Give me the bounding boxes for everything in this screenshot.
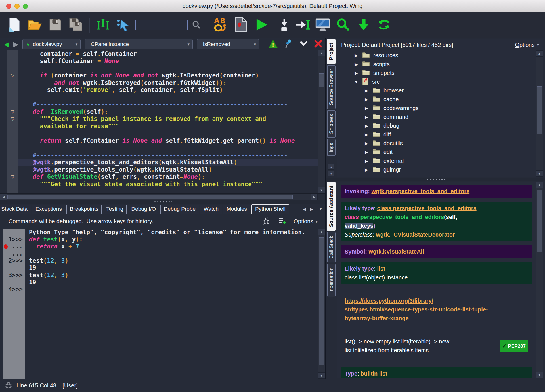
fold-arrow-icon[interactable]: ▽ <box>11 116 14 121</box>
breakpoint-margin[interactable] <box>0 58 7 65</box>
assistant-link[interactable]: stdtypes.html#sequence-types-str-unicode… <box>345 306 488 313</box>
breakpoint-margin[interactable] <box>0 130 7 137</box>
scroll-down-button[interactable]: ▼ <box>536 170 543 177</box>
goto-symbol-button[interactable] <box>94 17 112 33</box>
tree-item-codewarnings[interactable]: ▶codewarnings <box>337 104 536 113</box>
fold-margin[interactable]: ▽ <box>7 72 18 79</box>
scroll-down-button[interactable]: ▼ <box>536 372 543 378</box>
assistant-scrollbar[interactable]: ▲ ▼ <box>536 182 543 378</box>
scrollbar-track[interactable] <box>318 235 325 373</box>
tree-item-edit[interactable]: ▶edit <box>337 148 536 157</box>
breakpoint-margin[interactable] <box>0 115 7 123</box>
fold-margin[interactable] <box>7 58 18 65</box>
breakpoint-margin[interactable] <box>0 151 7 159</box>
tree-item-external[interactable]: ▶external <box>337 157 536 165</box>
tool-tab-ings[interactable]: ings <box>327 139 336 156</box>
tree-expand-icon[interactable]: ▶ <box>364 159 369 164</box>
tabs-scroll-left-button[interactable]: ◀ <box>301 207 307 214</box>
scrollbar-track[interactable] <box>536 188 543 372</box>
open-file-button[interactable] <box>26 17 44 33</box>
scroll-right-button[interactable]: ▶ <box>311 194 318 200</box>
project-scrollbar[interactable]: ▲ ▼ <box>536 50 543 177</box>
panel-tab-python-shell[interactable]: Python Shell <box>251 204 289 214</box>
fold-margin[interactable]: ▽ <box>7 173 18 181</box>
breakpoint-margin[interactable] <box>0 87 7 94</box>
scroll-up-button[interactable]: ▲ <box>536 50 543 57</box>
tabs-menu-button[interactable]: ▾ <box>318 206 323 214</box>
horizontal-splitter[interactable] <box>0 200 325 204</box>
panel-tab-testing[interactable]: Testing <box>103 205 127 214</box>
collapse-panel-button[interactable] <box>299 41 308 48</box>
tree-item-guimgr[interactable]: ▶guimgr <box>337 165 536 174</box>
right-horizontal-splitter[interactable] <box>326 178 545 181</box>
breakpoint-margin[interactable] <box>0 166 7 173</box>
tree-expand-icon[interactable]: ▶ <box>364 88 369 93</box>
scrollbar-track[interactable] <box>7 194 311 200</box>
toolbar-search-input[interactable] <box>135 20 188 30</box>
scrollbar-track[interactable] <box>318 56 325 187</box>
step-into-button[interactable] <box>273 17 291 33</box>
splitter-handle[interactable] <box>426 179 445 180</box>
close-window-button[interactable] <box>6 4 11 9</box>
fold-margin[interactable] <box>7 144 18 152</box>
scroll-down-button[interactable]: ▼ <box>318 372 325 379</box>
scroll-down-button[interactable]: ▼ <box>318 187 325 193</box>
remote-display-button[interactable] <box>314 17 332 33</box>
breakpoint-marker[interactable] <box>4 244 8 249</box>
fold-arrow-icon[interactable]: ▽ <box>11 174 14 179</box>
scrollbar-thumb[interactable] <box>537 86 542 134</box>
tree-expand-icon[interactable]: ▶ <box>364 167 369 172</box>
tree-expand-icon[interactable]: ▶ <box>364 150 369 155</box>
panel-tab-modules[interactable]: Modules <box>223 205 250 214</box>
tree-item-cache[interactable]: ▶cache <box>337 95 536 104</box>
save-button[interactable] <box>47 17 64 33</box>
breakpoint-margin[interactable] <box>0 188 7 193</box>
breakpoint-margin[interactable] <box>0 144 7 152</box>
tree-expand-icon[interactable]: ▶ <box>364 115 369 120</box>
fold-margin[interactable] <box>7 101 18 108</box>
tree-item-scripts[interactable]: ▶scripts <box>337 60 536 69</box>
assistant-link[interactable]: builtin list <box>360 370 387 377</box>
fold-arrow-icon[interactable]: ▽ <box>11 73 14 78</box>
fold-margin[interactable] <box>7 188 18 193</box>
scroll-up-button[interactable]: ▲ <box>536 182 543 188</box>
fold-margin[interactable] <box>7 94 18 101</box>
scroll-up-button[interactable]: ▲ <box>318 229 325 235</box>
run-to-cursor-button[interactable] <box>294 17 311 33</box>
warnings-button[interactable]: ! <box>268 39 278 49</box>
shell-vertical-scrollbar[interactable]: ▲ ▼ <box>318 229 325 379</box>
tree-item-resources[interactable]: ▶resources <box>337 51 536 60</box>
python-shell[interactable]: Python Type "help", "copyright", "credit… <box>0 229 325 379</box>
panel-tab-debug-probe[interactable]: Debug Probe <box>160 205 199 214</box>
add-watch-button[interactable] <box>278 217 286 226</box>
zoom-window-button[interactable] <box>23 4 28 9</box>
scrollbar-track[interactable] <box>536 57 543 170</box>
tree-item-debug[interactable]: ▶debug <box>337 121 536 130</box>
debug-file-button[interactable] <box>232 17 250 33</box>
fold-margin[interactable] <box>7 87 18 94</box>
tabs-scroll-right-button[interactable]: ▶ <box>309 207 315 214</box>
scrollbar-thumb[interactable] <box>7 195 293 199</box>
assistant-link[interactable]: wgtk.perspective_tools_and_editors <box>371 188 469 194</box>
class-dropdown[interactable]: _CPanelInstance ▾ <box>85 39 193 49</box>
panel-tab-exceptions[interactable]: Exceptions <box>32 205 65 214</box>
fold-margin[interactable] <box>7 137 18 144</box>
refresh-button[interactable] <box>375 17 393 33</box>
assistant-link[interactable]: bytearray-buffer-xrange <box>345 315 409 321</box>
tool-tab-project[interactable]: Project <box>327 39 336 64</box>
breakpoint-margin[interactable] <box>0 180 7 188</box>
breakpoint-margin[interactable] <box>0 50 7 58</box>
panel-tab-watch[interactable]: Watch <box>200 205 222 214</box>
breakpoint-margin[interactable] <box>0 72 7 79</box>
assistant-link[interactable]: list <box>377 265 385 272</box>
tree-expand-icon[interactable]: ▶ <box>364 123 369 128</box>
panel-tab-breakpoints[interactable]: Breakpoints <box>66 205 102 214</box>
symbol-dropdown[interactable]: _IsRemoved ▾ <box>197 39 259 49</box>
fold-margin[interactable] <box>7 151 18 159</box>
shell-options-button[interactable]: Options ▾ <box>294 218 318 225</box>
assistant-link[interactable]: wgtk._CVisualStateDecorator <box>376 231 455 238</box>
minimize-window-button[interactable] <box>14 4 20 9</box>
tool-tab-call-stack[interactable]: Call Stack <box>327 232 336 262</box>
tool-tab-indentation[interactable]: Indentation <box>327 264 336 296</box>
fold-margin[interactable] <box>7 79 18 87</box>
